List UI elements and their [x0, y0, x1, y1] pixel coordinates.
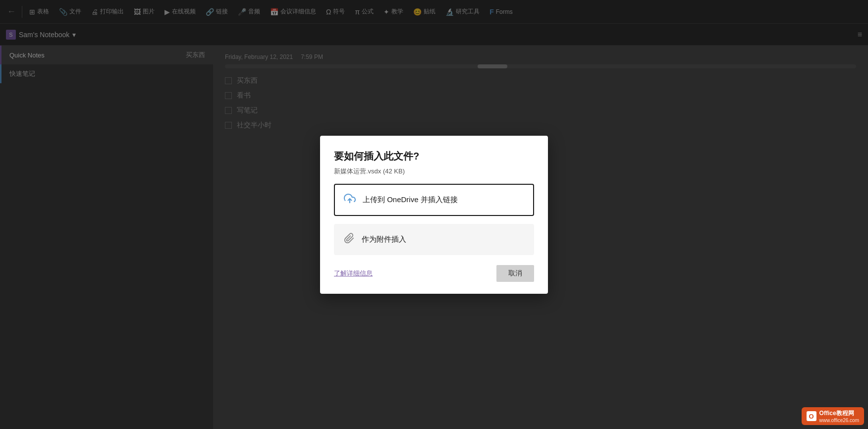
dialog-title: 要如何插入此文件?: [334, 150, 534, 163]
badge-main: Office教程网: [819, 409, 859, 418]
dialog: 要如何插入此文件? 新媒体运营.vsdx (42 KB) 上传到 OneDriv…: [320, 136, 548, 294]
badge-icon: O: [807, 411, 816, 421]
badge-text: Office教程网 www.office26.com: [819, 409, 859, 423]
attachment-icon: [344, 233, 355, 246]
dialog-option-onedrive[interactable]: 上传到 OneDrive 并插入链接: [334, 184, 534, 216]
dialog-option2-label: 作为附件插入: [362, 235, 406, 244]
dialog-filename: 新媒体运营.vsdx (42 KB): [334, 167, 534, 176]
badge-sub: www.office26.com: [819, 418, 859, 423]
modal-overlay: 要如何插入此文件? 新媒体运营.vsdx (42 KB) 上传到 OneDriv…: [0, 0, 868, 429]
bottom-badge: O Office教程网 www.office26.com: [802, 407, 864, 425]
dialog-footer: 了解详细信息 取消: [334, 265, 534, 282]
dialog-option1-label: 上传到 OneDrive 并插入链接: [363, 195, 458, 205]
dialog-option-attachment[interactable]: 作为附件插入: [334, 224, 534, 255]
cloud-upload-icon: [344, 193, 356, 207]
cancel-button[interactable]: 取消: [496, 265, 534, 282]
learn-more-link[interactable]: 了解详细信息: [334, 269, 373, 278]
